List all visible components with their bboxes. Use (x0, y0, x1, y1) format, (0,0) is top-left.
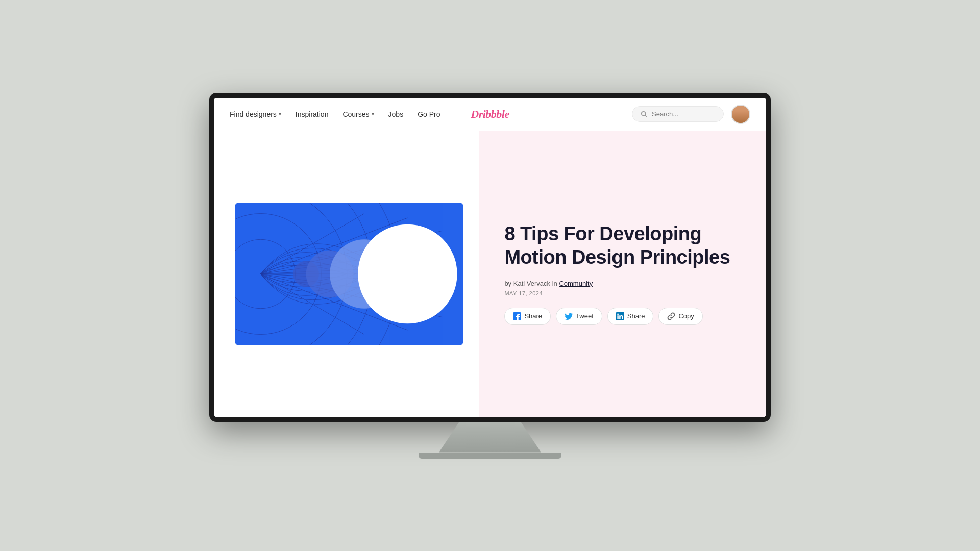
search-input[interactable] (652, 110, 715, 118)
nav-logo[interactable]: Dribbble (471, 108, 509, 121)
article-author: Kati Vervack (513, 280, 550, 287)
search-box[interactable] (632, 106, 724, 122)
linkedin-share-button[interactable]: Share (607, 308, 654, 325)
twitter-icon (565, 312, 573, 320)
monitor-screen: Find designers ▾ Inspiration Courses ▾ J… (209, 93, 771, 422)
linkedin-icon (616, 312, 624, 320)
article-image (235, 203, 463, 345)
monitor-base (419, 453, 561, 459)
article-date: MAY 17, 2024 (504, 290, 740, 296)
avatar[interactable] (731, 105, 750, 124)
monitor-wrapper: Find designers ▾ Inspiration Courses ▾ J… (209, 93, 771, 459)
svg-point-21 (358, 224, 457, 323)
nav-right (632, 105, 750, 124)
twitter-tweet-button[interactable]: Tweet (556, 308, 602, 325)
article-title: 8 Tips For Developing Motion Design Prin… (504, 222, 740, 269)
nav-inspiration[interactable]: Inspiration (296, 110, 329, 118)
monitor-stand (439, 422, 541, 453)
nav-go-pro[interactable]: Go Pro (418, 110, 440, 118)
copy-link-button[interactable]: Copy (658, 308, 702, 325)
svg-point-0 (642, 111, 646, 115)
article-illustration (235, 203, 463, 345)
chevron-down-icon: ▾ (372, 111, 374, 117)
left-panel (214, 131, 479, 417)
navbar: Find designers ▾ Inspiration Courses ▾ J… (214, 98, 766, 131)
facebook-icon (513, 312, 521, 320)
facebook-share-button[interactable]: Share (504, 308, 551, 325)
nav-courses[interactable]: Courses ▾ (342, 110, 374, 118)
search-icon (641, 111, 648, 118)
nav-find-designers[interactable]: Find designers ▾ (230, 110, 281, 118)
link-icon (667, 312, 675, 320)
article-category-link[interactable]: Community (559, 280, 593, 287)
nav-jobs[interactable]: Jobs (388, 110, 404, 118)
right-panel: 8 Tips For Developing Motion Design Prin… (479, 131, 766, 417)
main-content: 8 Tips For Developing Motion Design Prin… (214, 131, 766, 417)
nav-left: Find designers ▾ Inspiration Courses ▾ J… (230, 110, 440, 118)
chevron-down-icon: ▾ (279, 111, 281, 117)
article-meta: by Kati Vervack in Community (504, 280, 740, 287)
avatar-image (732, 106, 749, 123)
svg-line-1 (645, 115, 647, 117)
share-buttons: Share Tweet (504, 308, 740, 325)
